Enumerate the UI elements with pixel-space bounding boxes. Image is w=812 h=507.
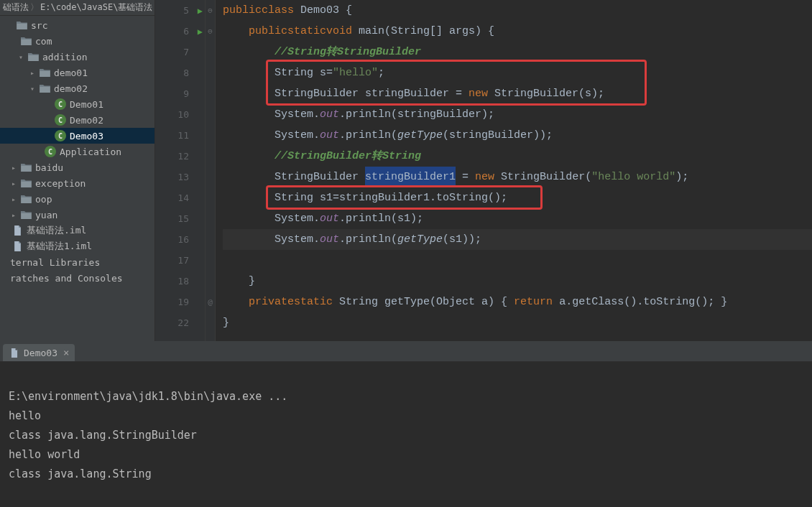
folder-icon: [20, 35, 32, 47]
console-output[interactable]: E:\environment\java\jdk1.8\bin\java.exe …: [0, 362, 812, 507]
class-icon: C: [55, 130, 66, 141]
tree-item[interactable]: ratches and Consoles: [0, 270, 154, 286]
code-line: }: [223, 312, 812, 333]
tree-item[interactable]: ternal Libraries: [0, 254, 154, 270]
line-number: 9: [155, 83, 205, 104]
chevron-right-icon: 〉: [154, 1, 154, 14]
class-icon: C: [45, 146, 56, 157]
fold-marker: [206, 104, 215, 125]
tree-item[interactable]: CDemo02: [0, 112, 154, 128]
tree-item[interactable]: ▸yuan: [0, 207, 154, 223]
tree-item-label: addition: [42, 52, 88, 62]
tree-item[interactable]: ▾addition: [0, 49, 154, 65]
console-tab[interactable]: Demo03 ×: [3, 344, 75, 361]
file-icon: [11, 241, 23, 252]
tree-item-label: demo01: [54, 68, 88, 78]
folder-icon: [27, 51, 39, 62]
tree-item[interactable]: 基础语法.iml: [0, 223, 154, 238]
code-line: String s="hello";: [223, 62, 812, 83]
code-line: StringBuilder stringBuilder = new String…: [223, 83, 812, 104]
folder-icon: [16, 19, 27, 31]
tree-item[interactable]: ▸demo01: [0, 65, 154, 80]
expand-arrow-icon[interactable]: ▾: [29, 85, 36, 93]
line-number: 8: [155, 62, 205, 83]
expand-arrow-icon[interactable]: ▸: [10, 195, 17, 203]
code-area[interactable]: public class Demo03 { public static void…: [216, 0, 812, 341]
code-line: StringBuilder stringBuilder1 = new Strin…: [223, 167, 812, 187]
fold-marker: [206, 250, 215, 271]
code-editor[interactable]: 567891011121314151617181922 ⊖⊖@ public c…: [155, 0, 812, 341]
file-icon: [11, 225, 23, 236]
expand-arrow-icon[interactable]: ▾: [17, 53, 24, 61]
run-gutter-icon[interactable]: 5: [155, 0, 205, 21]
class-icon: C: [55, 98, 66, 110]
console-line: hello: [9, 409, 41, 422]
code-line: }: [223, 271, 812, 292]
line-number: 15: [155, 208, 205, 229]
console-line: hello world: [9, 448, 80, 461]
line-number: 19: [155, 292, 205, 312]
tree-item[interactable]: CDemo03: [0, 128, 154, 144]
tree-item[interactable]: ▸exception: [0, 175, 154, 191]
tree-item-label: src: [31, 20, 47, 31]
breadcrumb: 础语法 〉 E:\code\JavaSE\基础语法 〉: [0, 0, 154, 16]
tree-item[interactable]: src: [0, 17, 154, 33]
fold-marker: [206, 83, 215, 104]
expand-arrow-icon[interactable]: ▸: [10, 211, 17, 219]
line-number: 14: [155, 187, 205, 208]
tree-item[interactable]: CDemo01: [0, 96, 154, 112]
tree-item[interactable]: ▸oop: [0, 191, 154, 207]
breadcrumb-seg: E:\code\JavaSE\基础语法: [40, 1, 152, 14]
tree-item[interactable]: ▸baidu: [0, 159, 154, 175]
fold-marker[interactable]: ⊖: [206, 0, 215, 21]
line-number: 18: [155, 271, 205, 292]
fold-marker: [206, 125, 215, 146]
fold-marker: [206, 187, 215, 208]
tree-item[interactable]: com: [0, 33, 154, 49]
code-line: [223, 250, 812, 271]
folder-icon: [20, 162, 32, 173]
run-tool-window: Demo03 × E:\environment\java\jdk1.8\bin\…: [0, 341, 812, 507]
expand-arrow-icon[interactable]: ▸: [29, 69, 36, 77]
line-number: 11: [155, 125, 205, 146]
project-tree[interactable]: srccom▾addition▸demo01▾demo02CDemo01CDem…: [0, 16, 154, 341]
tree-item-label: baidu: [35, 162, 63, 173]
fold-marker: [206, 271, 215, 292]
line-number: 13: [155, 167, 205, 187]
class-icon: C: [55, 114, 66, 126]
fold-gutter: ⊖⊖@: [206, 0, 216, 341]
fold-marker[interactable]: ⊖: [206, 21, 215, 42]
tree-item-label: com: [35, 36, 52, 47]
line-gutter: 567891011121314151617181922: [155, 0, 206, 341]
file-icon: [9, 347, 20, 358]
tree-item-label: ternal Libraries: [10, 257, 100, 268]
fold-marker[interactable]: @: [206, 292, 215, 312]
expand-arrow-icon[interactable]: ▸: [10, 180, 17, 187]
tree-item-label: oop: [35, 194, 52, 205]
code-line: String s1=stringBuilder1.toString();: [223, 187, 812, 208]
project-sidebar: 础语法 〉 E:\code\JavaSE\基础语法 〉 srccom▾addit…: [0, 0, 155, 341]
code-line: //StringBuilder转String: [223, 146, 812, 167]
code-line: public static void main(String[] args) {: [223, 21, 812, 42]
tree-item-label: 基础语法.iml: [27, 224, 86, 237]
close-icon[interactable]: ×: [63, 347, 69, 358]
code-line: System.out.println(getType(stringBuilder…: [223, 125, 812, 146]
run-gutter-icon[interactable]: 6: [155, 21, 205, 42]
line-number: 17: [155, 250, 205, 271]
tree-item-label: Demo01: [70, 99, 103, 110]
line-number: 10: [155, 104, 205, 125]
line-number: 12: [155, 146, 205, 167]
folder-icon: [20, 209, 32, 220]
tree-item-label: Demo02: [70, 115, 103, 126]
code-line: System.out.println(s1);: [223, 208, 812, 229]
tree-item[interactable]: 基础语法1.iml: [0, 238, 154, 254]
fold-marker: [206, 62, 215, 83]
tree-item-label: 基础语法1.iml: [27, 240, 92, 253]
line-number: 22: [155, 312, 205, 333]
expand-arrow-icon[interactable]: ▸: [10, 164, 17, 172]
tree-item[interactable]: ▾demo02: [0, 80, 154, 96]
line-number: 16: [155, 229, 205, 250]
tree-item[interactable]: CApplication: [0, 144, 154, 159]
chevron-right-icon: 〉: [30, 1, 39, 14]
tree-item-label: demo02: [54, 83, 88, 94]
